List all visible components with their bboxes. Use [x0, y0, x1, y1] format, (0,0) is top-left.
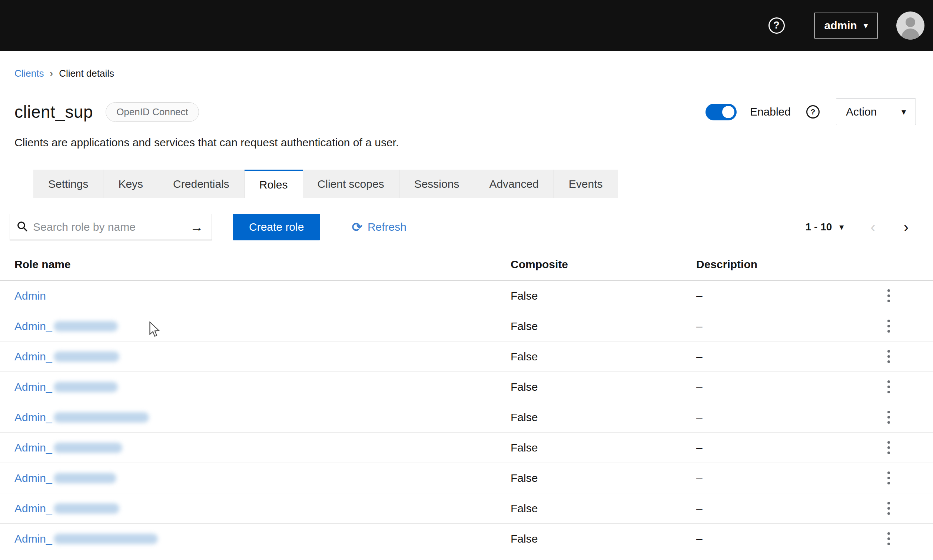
chevron-down-icon: ▾	[864, 22, 868, 30]
breadcrumb: Clients › Client details	[0, 51, 933, 79]
table-header: Role name Composite Description	[0, 258, 933, 281]
description-cell: –	[696, 381, 856, 393]
table-row: Admin_ False –	[0, 463, 933, 493]
tab-label: Client scopes	[317, 178, 384, 190]
breadcrumb-current: Client details	[59, 68, 114, 79]
tab-keys[interactable]: Keys	[103, 170, 158, 198]
table-row: Admin_ False –	[0, 432, 933, 463]
column-role-name: Role name	[14, 258, 511, 271]
create-role-button[interactable]: Create role	[233, 214, 320, 240]
role-name-link[interactable]: Admin	[14, 290, 46, 302]
pagination-range: 1 - 10	[805, 221, 832, 233]
redacted-text	[54, 443, 122, 453]
table-row: Admin False –	[0, 281, 933, 311]
column-composite: Composite	[511, 258, 696, 271]
redacted-text	[54, 534, 158, 544]
table-row: Admin_ False –	[0, 372, 933, 402]
description-cell: –	[696, 502, 856, 515]
tab-settings[interactable]: Settings	[33, 170, 103, 198]
pagination-next-button[interactable]: ›	[900, 220, 912, 234]
enabled-label: Enabled	[750, 106, 791, 118]
action-dropdown[interactable]: Action ▾	[836, 98, 916, 125]
tab-label: Settings	[48, 178, 88, 190]
tab-advanced[interactable]: Advanced	[474, 170, 554, 198]
search-input[interactable]	[33, 221, 185, 233]
description-cell: –	[696, 320, 856, 332]
kebab-menu-button[interactable]	[880, 467, 898, 489]
kebab-menu-button[interactable]	[880, 528, 898, 550]
role-name-link[interactable]: Admin_	[14, 472, 116, 485]
kebab-menu-button[interactable]	[880, 497, 898, 520]
table-body: Admin False – Admin_ False –	[0, 281, 933, 554]
roles-table: Role name Composite Description Admin Fa…	[0, 258, 933, 554]
tab-events[interactable]: Events	[554, 170, 618, 198]
tab-label: Roles	[259, 178, 288, 191]
tab-label: Sessions	[414, 178, 459, 190]
composite-cell: False	[511, 381, 696, 393]
redacted-text	[54, 503, 119, 514]
kebab-menu-button[interactable]	[880, 376, 898, 398]
tab-sessions[interactable]: Sessions	[399, 170, 475, 198]
kebab-menu-button[interactable]	[880, 406, 898, 429]
role-name-link[interactable]: Admin_	[14, 532, 158, 545]
table-row: Admin_ False –	[0, 342, 933, 372]
action-dropdown-label: Action	[846, 106, 877, 118]
pagination-prev-button[interactable]: ‹	[867, 220, 879, 234]
description-cell: –	[696, 472, 856, 485]
role-name-link[interactable]: Admin_	[14, 350, 119, 363]
page-title: client_sup	[14, 102, 93, 122]
composite-cell: False	[511, 502, 696, 515]
breadcrumb-clients-link[interactable]: Clients	[14, 68, 44, 79]
refresh-label: Refresh	[368, 221, 406, 233]
user-menu-label: admin	[824, 19, 857, 32]
kebab-menu-button[interactable]	[880, 285, 898, 307]
composite-cell: False	[511, 320, 696, 332]
avatar[interactable]	[896, 11, 924, 40]
description-cell: –	[696, 532, 856, 545]
role-name-link[interactable]: Admin_	[14, 411, 149, 424]
composite-cell: False	[511, 350, 696, 363]
description-cell: –	[696, 411, 856, 424]
tab-label: Advanced	[489, 178, 538, 190]
masthead: ? admin ▾	[0, 0, 933, 51]
tab-client-scopes[interactable]: Client scopes	[303, 170, 399, 198]
refresh-button[interactable]: ⟳ Refresh	[352, 221, 406, 233]
role-name-link[interactable]: Admin_	[14, 320, 118, 332]
role-name-link[interactable]: Admin_	[14, 442, 122, 454]
redacted-text	[54, 382, 118, 392]
role-name-link[interactable]: Admin_	[14, 381, 118, 393]
composite-cell: False	[511, 472, 696, 485]
table-row: Admin_ False –	[0, 402, 933, 432]
help-icon[interactable]: ?	[768, 17, 785, 34]
tab-label: Events	[569, 178, 603, 190]
page-description: Clients are applications and services th…	[0, 136, 933, 149]
composite-cell: False	[511, 290, 696, 302]
composite-cell: False	[511, 411, 696, 424]
search-icon	[17, 221, 28, 233]
enabled-help-icon[interactable]: ?	[806, 105, 820, 118]
tabs: Settings Keys Credentials Roles Client s…	[0, 170, 933, 198]
description-cell: –	[696, 290, 856, 302]
kebab-menu-button[interactable]	[880, 315, 898, 337]
tab-credentials[interactable]: Credentials	[158, 170, 245, 198]
table-row: Admin_ False –	[0, 524, 933, 554]
search-submit-button[interactable]: →	[185, 215, 209, 239]
pagination-options-caret-icon[interactable]: ▾	[839, 222, 844, 232]
role-name-link[interactable]: Admin_	[14, 502, 119, 515]
composite-cell: False	[511, 442, 696, 454]
breadcrumb-separator-icon: ›	[50, 68, 53, 79]
protocol-badge: OpenID Connect	[106, 102, 199, 122]
composite-cell: False	[511, 532, 696, 545]
user-menu-button[interactable]: admin ▾	[814, 12, 878, 38]
description-cell: –	[696, 350, 856, 363]
enabled-toggle[interactable]	[705, 104, 737, 120]
kebab-menu-button[interactable]	[880, 437, 898, 459]
tab-roles[interactable]: Roles	[245, 170, 303, 198]
avatar-person-icon	[905, 17, 915, 27]
kebab-menu-button[interactable]	[880, 346, 898, 368]
description-cell: –	[696, 442, 856, 454]
table-row: Admin_ False –	[0, 311, 933, 342]
chevron-down-icon: ▾	[902, 108, 906, 116]
redacted-text	[54, 412, 149, 423]
tab-label: Keys	[118, 178, 143, 190]
